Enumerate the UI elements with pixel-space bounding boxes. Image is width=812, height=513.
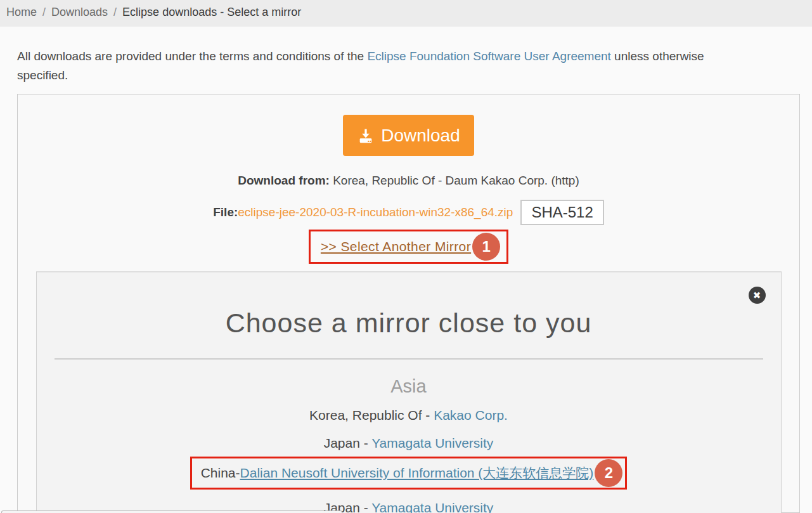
breadcrumb-separator: /: [113, 6, 117, 19]
sha512-button[interactable]: SHA-512: [520, 200, 603, 225]
file-line: File: eclipse-jee-2020-03-R-incubation-w…: [18, 200, 799, 225]
breadcrumb-link-downloads[interactable]: Downloads: [51, 6, 108, 19]
annotation-badge-1: 1: [472, 233, 500, 261]
mirror-link[interactable]: Kakao Corp.: [434, 408, 508, 422]
annotation-badge-2: 2: [595, 459, 622, 487]
breadcrumb-current-page: Eclipse downloads - Select a mirror: [122, 6, 301, 19]
mirror-link[interactable]: Yamagata University: [371, 500, 493, 513]
mirror-separator: -: [422, 408, 434, 422]
mirror-location: Korea, Republic Of: [309, 408, 422, 422]
region-heading: Asia: [37, 376, 781, 397]
divider: [55, 358, 763, 360]
download-from-line: Download from: Korea, Republic Of - Daum…: [18, 174, 799, 188]
status-tooltip-edge: [1, 510, 342, 513]
mirror-separator: -: [360, 500, 371, 513]
mirror-row: Korea, Republic Of - Kakao Corp.: [37, 406, 781, 425]
download-button-label: Download: [381, 126, 460, 146]
annotation-1-row: >> Select Another Mirror 1: [18, 230, 799, 264]
breadcrumb: Home / Downloads / Eclipse downloads - S…: [0, 0, 812, 27]
user-agreement-link[interactable]: Eclipse Foundation Software User Agreeme…: [367, 49, 610, 63]
mirror-row: Japan - Yamagata University: [37, 434, 781, 453]
mirror-separator: -: [360, 436, 371, 450]
mirror-location: China: [201, 465, 236, 481]
mirror-link[interactable]: Yamagata University: [371, 436, 493, 450]
mirror-dialog: ✖ Choose a mirror close to you Asia Kore…: [36, 271, 782, 513]
select-another-mirror-link[interactable]: >> Select Another Mirror: [321, 239, 471, 254]
mirror-location: Japan: [324, 436, 360, 450]
annotation-box-1: >> Select Another Mirror 1: [309, 230, 508, 264]
file-label: File:: [213, 205, 238, 219]
breadcrumb-separator: /: [42, 6, 46, 19]
file-download-link[interactable]: eclipse-jee-2020-03-R-incubation-win32-x…: [238, 205, 513, 219]
download-panel: Download Download from: Korea, Republic …: [17, 94, 800, 513]
mirror-separator: -: [236, 465, 240, 481]
annotation-2-row: China - Dalian Neusoft University of Inf…: [37, 457, 781, 490]
mirror-link-dalian-neusoft[interactable]: Dalian Neusoft University of Information…: [240, 464, 594, 482]
breadcrumb-link-home[interactable]: Home: [6, 6, 37, 19]
close-icon[interactable]: ✖: [749, 287, 766, 304]
download-icon: [357, 127, 375, 145]
download-from-label: Download from:: [238, 174, 330, 187]
license-notice-text: All downloads are provided under the ter…: [17, 49, 367, 63]
dialog-title: Choose a mirror close to you: [37, 308, 781, 339]
license-notice: All downloads are provided under the ter…: [17, 47, 752, 85]
download-from-value: Korea, Republic Of - Daum Kakao Corp. (h…: [330, 174, 579, 187]
download-button[interactable]: Download: [343, 115, 474, 156]
annotation-box-2: China - Dalian Neusoft University of Inf…: [190, 457, 628, 490]
